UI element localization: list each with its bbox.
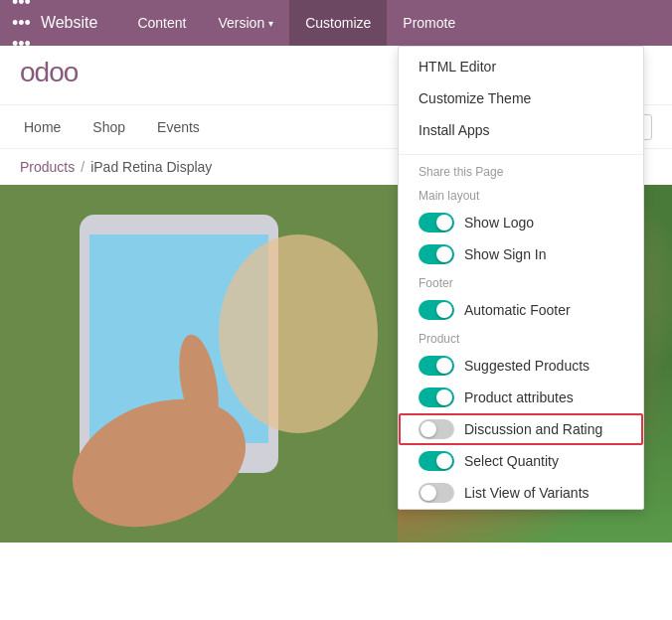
toggle-show-logo-switch[interactable] — [419, 213, 454, 232]
breadcrumb-current: iPad Retina Display — [90, 159, 212, 175]
app-title: Website — [41, 14, 98, 32]
odoo-logo: odoo — [20, 56, 99, 94]
dropdown-customize-theme[interactable]: Customize Theme — [399, 82, 643, 114]
divider-1 — [399, 154, 643, 155]
toggle-suggested-products[interactable]: Suggested Products — [399, 350, 643, 382]
nav-version[interactable]: Version ▾ — [202, 0, 289, 46]
product-label: Product — [399, 326, 643, 350]
toggle-automatic-footer-switch[interactable] — [419, 300, 454, 320]
topbar-nav: Content Version ▾ Customize Promote — [121, 0, 660, 46]
toggle-select-quantity-switch[interactable] — [419, 451, 454, 471]
breadcrumb-link[interactable]: Products — [20, 159, 75, 175]
topbar: ••••••••• Website Content Version ▾ Cust… — [0, 0, 672, 46]
dropdown-install-apps[interactable]: Install Apps — [399, 114, 643, 146]
toggle-list-view-variants[interactable]: List View of Variants — [399, 477, 643, 509]
toggle-list-view-variants-switch[interactable] — [419, 483, 454, 503]
svg-point-6 — [219, 234, 378, 433]
toggle-discussion-rating[interactable]: Discussion and Rating — [399, 413, 643, 445]
toggle-show-sign-in-switch[interactable] — [419, 244, 454, 264]
svg-text:odoo: odoo — [20, 57, 79, 87]
product-image-svg — [0, 185, 398, 542]
footer-label: Footer — [399, 270, 643, 294]
website-area: odoo Home Shop Events Conta... Products … — [0, 46, 672, 620]
toggle-show-sign-in[interactable]: Show Sign In — [399, 238, 643, 270]
toggle-product-attributes-switch[interactable] — [419, 388, 454, 407]
site-nav-shop[interactable]: Shop — [88, 119, 129, 135]
dropdown-html-editor[interactable]: HTML Editor — [399, 51, 643, 82]
version-caret: ▾ — [268, 18, 273, 29]
odoo-logo-svg: odoo — [20, 56, 99, 87]
toggle-select-quantity[interactable]: Select Quantity — [399, 445, 643, 477]
site-nav-home[interactable]: Home — [20, 119, 65, 135]
toggle-automatic-footer[interactable]: Automatic Footer — [399, 294, 643, 326]
toggle-discussion-rating-switch[interactable] — [419, 419, 454, 439]
grid-icon[interactable]: ••••••••• — [12, 0, 31, 55]
nav-promote[interactable]: Promote — [387, 0, 471, 46]
toggle-product-attributes[interactable]: Product attributes — [399, 382, 643, 413]
share-label: Share this Page — [399, 159, 643, 183]
nav-content[interactable]: Content — [121, 0, 202, 46]
toggle-show-logo[interactable]: Show Logo — [399, 207, 643, 238]
toggle-suggested-products-switch[interactable] — [419, 356, 454, 376]
site-nav-events[interactable]: Events — [153, 119, 204, 135]
dropdown-basic-section: HTML Editor Customize Theme Install Apps — [399, 47, 643, 150]
dropdown-menu: HTML Editor Customize Theme Install Apps… — [398, 46, 644, 510]
breadcrumb-separator: / — [81, 159, 84, 175]
nav-customize[interactable]: Customize — [289, 0, 387, 46]
main-layout-label: Main layout — [399, 183, 643, 207]
